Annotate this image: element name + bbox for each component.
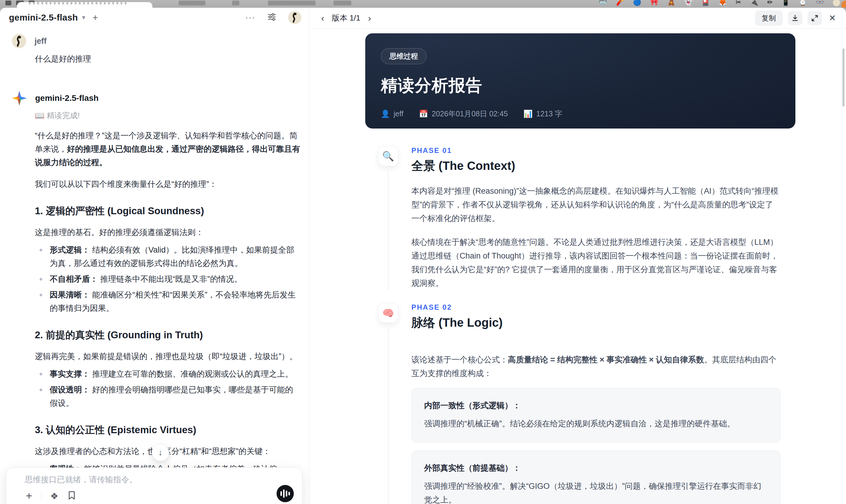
- bullet-list: 形式逻辑： 结构必须有效（Valid）。比如演绎推理中，如果前提全部为真，那么通…: [35, 244, 301, 315]
- toolbar-glyph: [268, 1, 316, 5]
- screen: 🥽 🧨 🔵 🎀 🧸 👻 🎴 🦊 ✂ 🔌 ✏ 📱 ⌚ 👓 gemini-2.5-f…: [0, 0, 846, 504]
- phase-paragraph: 本内容是对“推理 (Reasoning)”这一抽象概念的高层建模。在知识爆炸与人…: [411, 184, 780, 225]
- menubar-status-icon[interactable]: 📱: [782, 0, 790, 7]
- dimension-title: 内部一致性（形式逻辑）：: [424, 400, 768, 411]
- app-window: gemini-2.5-flash ▾ + ···: [0, 8, 846, 504]
- menubar-avatar[interactable]: [833, 0, 840, 6]
- menubar-status-icon[interactable]: 🎴: [701, 0, 709, 7]
- message-composer[interactable]: 思维接口已就绪，请传输指令。 + ❖: [6, 467, 302, 504]
- timeline-connector: [388, 171, 388, 290]
- menubar-status-icon[interactable]: 👻: [684, 0, 692, 7]
- report-date: 📅2026年01月08日 02:45: [419, 109, 508, 119]
- timeline-connector: [388, 328, 388, 504]
- toolbar-glyph: [179, 1, 206, 5]
- menubar-status-icon[interactable]: 🧸: [667, 0, 675, 7]
- toolbar-glyph: [232, 1, 239, 5]
- bullet-item: 形式逻辑： 结构必须有效（Valid）。比如演绎推理中，如果前提全部为真，那么通…: [35, 244, 301, 270]
- menubar-status-icon[interactable]: 🥽: [599, 0, 607, 7]
- scroll-to-bottom-button[interactable]: ↓: [152, 444, 169, 461]
- macos-menubar: 🥽 🧨 🔵 🎀 🧸 👻 🎴 🦊 ✂ 🔌 ✏ 📱 ⌚ 👓: [0, 0, 846, 8]
- person-icon: 👤: [381, 109, 390, 118]
- menubar-status-icon[interactable]: 👓: [816, 0, 824, 7]
- settings-sliders-icon[interactable]: [267, 12, 277, 23]
- calendar-icon: 📅: [419, 109, 428, 118]
- copy-button[interactable]: 复制: [755, 11, 782, 26]
- version-prev-button[interactable]: ‹: [320, 14, 325, 23]
- chevron-down-icon[interactable]: ▾: [82, 14, 85, 21]
- skills-diamond-icon[interactable]: ❖: [50, 491, 58, 501]
- chat-panel: gemini-2.5-flash ▾ + ···: [0, 8, 309, 504]
- phase-title: 脉络 (The Logic): [411, 314, 780, 331]
- phase-title: 全景 (The Context): [411, 158, 780, 174]
- section-intro: 这是推理的基石。好的推理必须遵循逻辑法则：: [35, 226, 301, 239]
- report-meta: 👤jeff 📅2026年01月08日 02:45 📊1213 字: [381, 109, 780, 119]
- arrow-down-icon: ↓: [158, 448, 162, 457]
- menubar-status-icon[interactable]: 🦊: [719, 0, 727, 7]
- menubar-status-icon[interactable]: ✂: [736, 0, 741, 7]
- assistant-turn: gemini-2.5-flash 📖 精读完成! “什么是好的推理？”这是一个涉…: [12, 91, 301, 504]
- chat-header: gemini-2.5-flash ▾ + ···: [0, 8, 309, 28]
- menubar-status-icon[interactable]: 🔌: [750, 0, 758, 7]
- menubar-status-icon[interactable]: 🔵: [633, 0, 641, 7]
- menubar-clipped-icon: [841, 1, 846, 8]
- bullet-list: 事实支撑： 推理建立在可靠的数据、准确的观测或公认的真理之上。 假设透明： 好的…: [35, 367, 301, 410]
- more-options-icon[interactable]: ···: [245, 13, 255, 22]
- download-button[interactable]: [788, 11, 802, 25]
- section-heading: 2. 前提的真实性 (Grounding in Truth): [35, 328, 301, 342]
- composer-placeholder[interactable]: 思维接口已就绪，请传输指令。: [25, 474, 293, 486]
- user-name: jeff: [35, 37, 47, 46]
- artifact-header: ‹ 版本 1/1 › 复制: [309, 8, 846, 29]
- version-label: 版本 1/1: [332, 13, 360, 23]
- section-heading: 1. 逻辑的严密性 (Logical Soundness): [35, 204, 301, 217]
- gemini-logo-icon: [12, 91, 27, 106]
- menubar-status-icon[interactable]: 🎀: [650, 0, 658, 7]
- divider: [41, 491, 41, 501]
- report-title: 精读分析报告: [381, 74, 780, 97]
- new-chat-button[interactable]: +: [92, 12, 98, 23]
- menubar-status-icon[interactable]: ⌚: [799, 0, 807, 7]
- app-menu-glyph: [5, 1, 11, 5]
- paragraph: “什么是好的推理？”这是一个涉及逻辑学、认知科学和哲学核心的问题。简单来说，好的…: [35, 129, 301, 169]
- phase-paragraph: 核心情境在于解决“思考的随意性”问题。不论是人类通过批判性思维进行决策，还是大语…: [411, 235, 780, 290]
- brain-icon: 🧠: [378, 303, 398, 323]
- user-avatar: [12, 34, 26, 48]
- assistant-status: 📖 精读完成!: [35, 110, 301, 121]
- toolbar-glyph: [333, 1, 351, 5]
- expand-button[interactable]: [808, 11, 822, 25]
- report-hero-card: 思维过程 精读分析报告 👤jeff 📅2026年01月08日 02:45 📊12…: [365, 33, 795, 128]
- report-wordcount: 📊1213 字: [523, 109, 562, 119]
- assistant-name: gemini-2.5-flash: [35, 93, 99, 103]
- browser-active-tab[interactable]: [17, 2, 153, 8]
- tab-title-clipped: [29, 2, 127, 4]
- menubar-status-icon[interactable]: 🧨: [616, 0, 624, 7]
- dimension-body: 强调推理的“机械正确”。结论必须在给定的规则系统内逻辑自洽，这是推理的硬件基础。: [424, 417, 768, 431]
- phase-label: PHASE 02: [411, 303, 780, 311]
- menubar-status-icons[interactable]: 🥽 🧨 🔵 🎀 🧸 👻 🎴 🦊 ✂ 🔌 ✏ 📱 ⌚ 👓: [599, 0, 840, 7]
- dimension-card: 外部真实性（前提基础）： 强调推理的“经验校准”。解决“GIGO（垃圾进，垃圾出…: [411, 450, 780, 504]
- phase-section-2: 🧠 PHASE 02 脉络 (The Logic) 该论述基于一个核心公式：高质…: [365, 303, 795, 504]
- chat-scroll-area[interactable]: jeff 什么是好的推理 gemini-2.5-flash 📖 精读完成! “什…: [0, 28, 309, 504]
- bar-chart-icon: 📊: [523, 109, 532, 118]
- section-intro: 逻辑再完美，如果前提是错误的，推理也是垃圾（即“垃圾进，垃圾出”）。: [35, 350, 301, 363]
- version-next-button[interactable]: ›: [367, 14, 372, 23]
- scrollbar-thumb[interactable]: [842, 49, 845, 107]
- paragraph: 我们可以从以下四个维度来衡量什么是“好的推理”：: [35, 178, 301, 191]
- artifact-scroll-area[interactable]: 思维过程 精读分析报告 👤jeff 📅2026年01月08日 02:45 📊12…: [309, 29, 846, 504]
- bullet-item: 事实支撑： 推理建立在可靠的数据、准确的观测或公认的真理之上。: [35, 367, 301, 381]
- magnifier-icon: 🔍: [378, 146, 398, 166]
- report-author: 👤jeff: [381, 109, 403, 118]
- user-avatar[interactable]: [288, 11, 301, 24]
- bookmark-icon[interactable]: [67, 491, 76, 501]
- section-heading: 3. 认知的公正性 (Epistemic Virtues): [35, 423, 301, 436]
- close-icon[interactable]: ✕: [829, 13, 836, 23]
- session-title[interactable]: gemini-2.5-flash: [9, 13, 78, 23]
- dimension-body: 强调推理的“经验校准”。解决“GIGO（垃圾进，垃圾出）”问题，确保推理引擎运行…: [424, 479, 768, 504]
- bullet-item: 不自相矛盾： 推理链条中不能出现“既是又非”的情况。: [35, 272, 301, 286]
- bullet-item: 因果清晰： 能准确区分“相关性”和“因果关系”，不会轻率地将先后发生的事情归为因…: [35, 288, 301, 315]
- phase-section-1: 🔍 PHASE 01 全景 (The Context) 本内容是对“推理 (Re…: [365, 146, 795, 290]
- artifact-panel: ‹ 版本 1/1 › 复制: [309, 8, 846, 504]
- user-message: 什么是好的推理: [35, 52, 301, 66]
- menubar-status-icon[interactable]: ✏: [767, 0, 773, 7]
- voice-input-button[interactable]: [277, 485, 294, 502]
- attach-plus-icon[interactable]: +: [26, 490, 32, 502]
